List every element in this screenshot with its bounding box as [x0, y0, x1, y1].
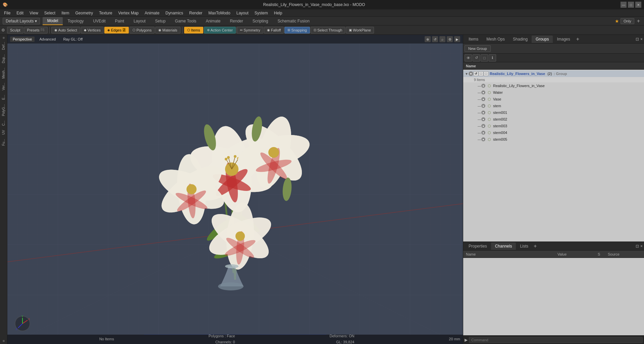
scene-canvas[interactable] [7, 44, 463, 335]
group-expand-arrow[interactable]: ▼ [465, 72, 469, 76]
tree-group-header[interactable]: ▼ ● ↺ □ □ Realistic_Lily_Flowers_in_Vase… [463, 70, 644, 77]
vp-icon-play[interactable]: ▶ [454, 36, 460, 42]
new-group-button[interactable]: New Group [465, 45, 491, 52]
ray-gl-tab[interactable]: Ray GL: Off [60, 37, 85, 42]
sidebar-tab-e[interactable]: E... [1, 93, 6, 102]
group-ctrl4[interactable]: □ [484, 71, 488, 76]
action-center-button[interactable]: ⊕ Action Center [204, 27, 236, 33]
falloff-button[interactable]: ◉ Falloff [264, 27, 284, 33]
layout-tab-setup[interactable]: Setup [150, 17, 170, 25]
item-eye-8[interactable]: ● [481, 131, 485, 135]
menu-texture[interactable]: Texture [96, 10, 115, 16]
auto-select-button[interactable]: ◉ Auto Select [51, 27, 80, 33]
item-eye-1[interactable]: ● [481, 84, 485, 88]
close-button[interactable]: ✕ [635, 2, 641, 8]
expand-button-bottom[interactable]: ⊡ [636, 244, 639, 249]
layout-tab-game-tools[interactable]: Game Tools [170, 17, 201, 25]
item-arrow-5[interactable]: — [477, 111, 481, 115]
group-eye-ctrl[interactable]: ● [469, 71, 473, 76]
star-button[interactable]: ★ [615, 18, 619, 24]
group-ctrl3[interactable]: □ [479, 71, 483, 76]
viewport[interactable]: Perspective Advanced Ray GL: Off ⊕ ↺ ⌕ ⚙… [7, 35, 463, 344]
vp-icon-rotate[interactable]: ↺ [432, 36, 438, 42]
layout-tab-animate[interactable]: Animate [201, 17, 225, 25]
menu-file[interactable]: File [1, 10, 13, 16]
add-layout-button[interactable]: + [636, 18, 641, 24]
tab-shading[interactable]: Shading [509, 36, 532, 43]
sidebar-tab-fu[interactable]: Fu... [1, 137, 6, 148]
menu-animate[interactable]: Animate [142, 10, 162, 16]
tab-properties[interactable]: Properties [465, 243, 491, 250]
menu-dynamics[interactable]: Dynamics [163, 10, 186, 16]
menu-maxtomode[interactable]: MaxToModo [206, 10, 233, 16]
layout-tab-paint[interactable]: Paint [110, 17, 129, 25]
close-panel-top[interactable]: × [640, 37, 643, 42]
item-eye-7[interactable]: ● [481, 124, 485, 128]
sidebar-tab-c[interactable]: C... [1, 119, 6, 128]
perspective-tab[interactable]: Perspective [10, 37, 35, 42]
item-arrow-1[interactable]: — [477, 84, 481, 88]
layout-tab-uvedit[interactable]: UVEdit [88, 17, 110, 25]
only-button[interactable]: Only [621, 18, 634, 24]
tab-lists[interactable]: Lists [516, 243, 532, 250]
menu-select[interactable]: Select [42, 10, 58, 16]
layout-tab-layout[interactable]: Layout [129, 17, 150, 25]
edges-button[interactable]: ◈ Edges 2 [104, 27, 129, 33]
layout-tab-render[interactable]: Render [225, 17, 248, 25]
sculpt-button[interactable]: Sculpt [7, 27, 23, 33]
tab-images[interactable]: Images [553, 36, 574, 43]
item-eye-5[interactable]: ● [481, 111, 485, 115]
presets-button[interactable]: Presets F6 [24, 27, 48, 33]
materials-button[interactable]: ◉ Materials [155, 27, 180, 33]
tree-item-stem004[interactable]: — ● ⬡ stem004 [463, 129, 644, 136]
item-eye-4[interactable]: ● [481, 104, 485, 108]
items-button[interactable]: ⬡ Items [184, 27, 203, 33]
item-arrow-3[interactable]: — [477, 97, 481, 101]
item-arrow-2[interactable]: — [477, 91, 481, 94]
group-ctrl2[interactable]: ↺ [474, 71, 478, 76]
tab-channels[interactable]: Channels [491, 243, 516, 250]
item-arrow-8[interactable]: — [477, 131, 481, 135]
menu-geometry[interactable]: Geometry [73, 10, 96, 16]
menu-system[interactable]: System [252, 10, 271, 16]
menu-item[interactable]: Item [59, 10, 72, 16]
scene-tree[interactable]: ▼ ● ↺ □ □ Realistic_Lily_Flowers_in_Vase… [463, 70, 644, 242]
tab-mesh-ops[interactable]: Mesh Ops [482, 36, 509, 43]
vp-icon-settings[interactable]: ⚙ [447, 36, 453, 42]
item-eye-6[interactable]: ● [481, 117, 485, 121]
tab-items[interactable]: Items [465, 36, 482, 43]
item-eye-2[interactable]: ● [481, 90, 485, 94]
item-arrow-6[interactable]: — [477, 118, 481, 121]
groups-eye-icon[interactable]: 👁 [465, 54, 472, 62]
item-eye-3[interactable]: ● [481, 97, 485, 101]
groups-info-icon[interactable]: ℹ [489, 54, 496, 62]
polygons-button[interactable]: ⬡ Polygons [129, 27, 155, 33]
menu-help[interactable]: Help [271, 10, 285, 16]
groups-square-icon[interactable]: □ [481, 54, 488, 62]
layout-dropdown[interactable]: Default Layouts ▾ [3, 18, 40, 24]
add-tab-button[interactable]: + [575, 36, 581, 42]
layout-tab-schematic[interactable]: Schematic Fusion [273, 17, 314, 25]
select-through-button[interactable]: ⊡ Select Through [311, 27, 345, 33]
menu-render[interactable]: Render [186, 10, 205, 16]
snapping-button[interactable]: ⊞ Snapping [284, 27, 310, 33]
close-panel-bottom[interactable]: × [640, 244, 643, 249]
vp-icon-zoom[interactable]: ⌕ [439, 36, 445, 42]
sidebar-tab-mesh[interactable]: Mesh... [1, 66, 6, 81]
command-arrow[interactable]: ▶ [465, 338, 468, 342]
tree-item-stem005[interactable]: — ● ⬡ stem005 [463, 136, 644, 143]
tree-item-stem[interactable]: — ● ⬡ stem [463, 102, 644, 109]
minimize-button[interactable]: — [621, 2, 627, 8]
menu-edit[interactable]: Edit [14, 10, 26, 16]
tree-item-water[interactable]: — ● ⬡ Water [463, 89, 644, 96]
menu-layout[interactable]: Layout [234, 10, 251, 16]
sidebar-tab-uv[interactable]: UV [1, 128, 6, 137]
expand-button-top[interactable]: ⊡ [636, 37, 639, 42]
tab-groups[interactable]: Groups [532, 36, 553, 43]
sidebar-tab-polyg[interactable]: PolyG... [1, 102, 6, 118]
command-input[interactable] [469, 337, 643, 343]
tree-item-vase[interactable]: — ● ⬡ Vase [463, 96, 644, 102]
tree-item-stem001[interactable]: — ● ⬡ stem001 [463, 109, 644, 116]
sidebar-tab-dup[interactable]: Dup... [1, 52, 6, 65]
advanced-tab[interactable]: Advanced [37, 37, 58, 42]
